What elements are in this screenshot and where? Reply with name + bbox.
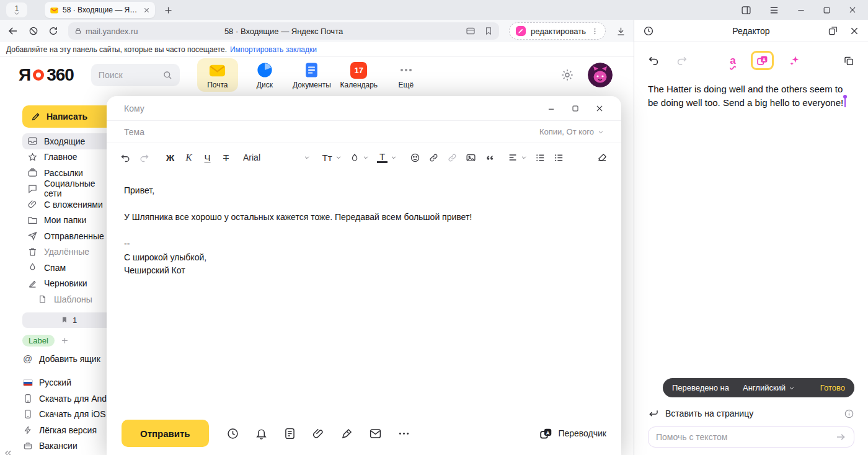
link-icon[interactable] (428, 152, 439, 163)
editor-text-area[interactable]: The Hatter is doing well and the others … (634, 70, 868, 122)
reminder-bell-icon[interactable] (255, 427, 268, 440)
numbered-list-icon[interactable] (554, 152, 564, 163)
font-family-select[interactable]: Arial (243, 152, 310, 162)
folder-main[interactable]: Главное (22, 149, 115, 166)
back-icon[interactable] (7, 25, 19, 37)
signature-pen-icon[interactable] (340, 427, 353, 440)
envelope-icon[interactable] (369, 427, 382, 440)
browser-protect-icon[interactable] (29, 26, 38, 36)
search-box[interactable] (91, 64, 180, 86)
clear-format-icon[interactable] (596, 152, 608, 163)
italic-button[interactable]: К (184, 152, 194, 163)
service-mail[interactable]: Почта (197, 58, 238, 92)
ai-prompt-input[interactable] (656, 432, 830, 442)
compose-to-row[interactable]: Кому (107, 96, 621, 121)
done-button[interactable]: Готово (820, 383, 845, 392)
emoji-icon[interactable] (410, 152, 420, 163)
collapse-sidebar-icon[interactable] (4, 449, 12, 455)
panel-close-icon[interactable] (849, 26, 859, 36)
folder-spam[interactable]: Спам (22, 260, 115, 276)
folder-social[interactable]: Социальные сети (22, 181, 115, 197)
docs-service-icon (304, 61, 319, 79)
folder-my-folders[interactable]: Мои папки (22, 213, 115, 229)
bold-button[interactable]: Ж (165, 152, 175, 163)
service-more[interactable]: Ещё (386, 58, 427, 92)
more-options-icon[interactable] (397, 427, 410, 440)
image-icon[interactable] (466, 152, 476, 163)
compose-subject-row[interactable]: Тема Копии, От кого (107, 121, 621, 143)
service-docs-label: Документы (293, 81, 331, 89)
kebab-menu-icon[interactable] (591, 27, 599, 35)
schedule-send-icon[interactable] (226, 427, 239, 440)
side-panel-icon[interactable] (741, 5, 751, 15)
send-button[interactable]: Отправить (122, 420, 209, 447)
text-color-select[interactable]: Т (377, 152, 397, 163)
align-select[interactable] (508, 152, 527, 162)
gear-icon[interactable] (560, 68, 574, 82)
minimize-icon[interactable] (797, 6, 805, 14)
attach-file-icon[interactable] (312, 427, 325, 440)
info-icon[interactable] (844, 409, 854, 419)
translate-highlight-box[interactable]: А (751, 51, 774, 70)
service-calendar-label: Календарь (340, 81, 378, 89)
bookmark-flag-icon[interactable] (484, 27, 493, 35)
close-icon[interactable] (848, 6, 857, 14)
folder-templates[interactable]: Шаблоны (22, 291, 115, 307)
folder-inbox[interactable]: Входящие (22, 133, 115, 149)
compose-minimize-icon[interactable] (547, 104, 556, 113)
maximize-icon[interactable] (823, 6, 831, 14)
folder-drafts[interactable]: Черновики (22, 276, 115, 292)
insert-label[interactable]: Вставить на страницу (665, 409, 753, 418)
compose-body[interactable]: Привет, У Шляпника все хорошо у остальны… (107, 172, 621, 412)
ai-prompt-box[interactable] (648, 426, 854, 448)
tab-list-button[interactable]: 1 (6, 2, 27, 17)
address-bar[interactable]: mail.yandex.ru 58 · Входящие — Яндекс По… (68, 22, 499, 40)
underline-button[interactable]: Ч (202, 152, 213, 163)
menu-icon[interactable] (769, 5, 779, 15)
folder-sent[interactable]: Отправленные (22, 228, 115, 244)
folder-attachments[interactable]: С вложениями (22, 197, 115, 213)
submit-arrow-icon[interactable] (835, 431, 846, 443)
bullet-list-icon[interactable] (535, 152, 546, 163)
folder-trash[interactable]: Удалённые (22, 244, 115, 260)
tab-close-icon[interactable] (143, 7, 150, 14)
undo-icon[interactable] (120, 152, 131, 163)
unlink-icon[interactable] (447, 152, 458, 163)
highlight-color-select[interactable] (350, 152, 369, 162)
cc-from-toggle[interactable]: Копии, От кого (539, 127, 604, 136)
copy-icon[interactable] (843, 55, 854, 66)
compose-button[interactable]: Написать (22, 105, 115, 128)
import-bookmarks-link[interactable]: Импортировать закладки (230, 45, 317, 54)
service-docs[interactable]: Документы (291, 58, 332, 92)
spellcheck-button[interactable]: a (730, 55, 735, 66)
edit-extension-button[interactable]: редактировать (509, 22, 606, 40)
template-icon[interactable] (283, 427, 296, 440)
font-size-select[interactable]: Тт (322, 152, 342, 163)
search-input[interactable] (99, 70, 157, 80)
language-select[interactable]: Английский (743, 383, 795, 392)
yandex-360-logo[interactable]: Я 360 (19, 65, 74, 85)
download-icon[interactable] (616, 26, 626, 37)
compose-expand-icon[interactable] (572, 105, 579, 112)
new-tab-button[interactable] (164, 6, 173, 15)
sparkles-icon[interactable] (789, 55, 801, 67)
reload-icon[interactable] (48, 26, 58, 36)
service-disk[interactable]: Диск (244, 58, 285, 92)
save-card-icon[interactable] (466, 26, 476, 36)
bookmarked-filter[interactable]: 1 (22, 312, 115, 328)
editor-redo-icon[interactable] (676, 55, 688, 66)
redo-icon[interactable] (139, 152, 149, 163)
open-in-window-icon[interactable] (828, 25, 838, 36)
insert-return-icon[interactable] (648, 408, 659, 419)
active-tab[interactable]: 58 · Входящие — Яндекс Почта (45, 2, 155, 18)
editor-undo-icon[interactable] (648, 55, 660, 66)
strikethrough-button[interactable]: Т (221, 152, 231, 163)
avatar[interactable] (588, 63, 613, 87)
compose-close-icon[interactable] (595, 104, 604, 113)
service-calendar[interactable]: 17 Календарь (339, 58, 379, 92)
history-clock-icon[interactable] (643, 25, 654, 37)
add-label-icon[interactable] (61, 337, 69, 345)
quote-icon[interactable] (484, 152, 495, 163)
label-chip[interactable]: Label (22, 335, 55, 347)
translator-button[interactable]: А Переводчик (539, 427, 606, 440)
